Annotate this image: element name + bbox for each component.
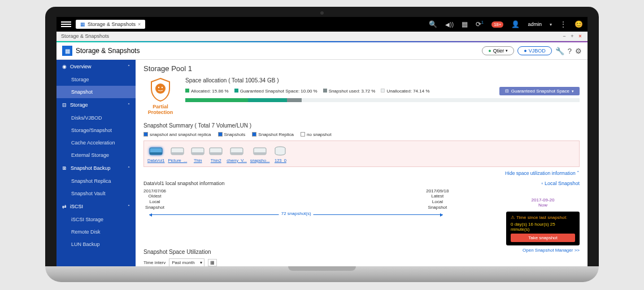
snapshot-count: 72 snapshot(s): [279, 211, 314, 216]
svg-rect-4: [150, 152, 162, 155]
chevron-down-icon[interactable]: ▾: [550, 22, 552, 27]
sidebar-item-disks[interactable]: Disks/VJBOD: [56, 112, 136, 124]
sidebar-item-vault[interactable]: Snapshot Vault: [56, 187, 136, 200]
drive-icon: [149, 144, 163, 157]
take-snapshot-button[interactable]: Take snapshot: [511, 234, 575, 242]
protection-status: Partial Protection: [143, 77, 177, 116]
app-title: Storage & Snapshots: [76, 47, 140, 55]
sidebar-item-replica[interactable]: Snapshot Replica: [56, 175, 136, 187]
sidebar-group-backup[interactable]: 🗎Snapshot Backup˄: [56, 161, 136, 175]
summary-title: Snapshot Summary ( Total 7 Volume/LUN ): [143, 122, 580, 129]
tools-icon[interactable]: 🔧: [555, 47, 564, 55]
help-icon[interactable]: ?: [568, 47, 572, 55]
drive-icon: [170, 144, 185, 157]
guaranteed-space-button[interactable]: ⊟Guaranteed Snapshot Space▾: [499, 87, 580, 95]
disk-icon: ⊟: [505, 89, 509, 94]
window-close-icon[interactable]: ×: [577, 33, 583, 39]
svg-point-1: [158, 87, 159, 88]
sidebar-item-snapshot[interactable]: Snapshot: [56, 86, 136, 98]
filter-row: snapshot and snapshot replica Snapshots …: [143, 132, 580, 137]
sidebar-item-iscsi-storage[interactable]: iSCSI Storage: [56, 213, 136, 226]
iscsi-icon: ⇄: [62, 204, 67, 209]
sidebar-group-storage[interactable]: ⊟Storage˄: [56, 98, 136, 112]
breadcrumb: Storage & Snapshots: [61, 33, 109, 39]
volume-item[interactable]: Thin2: [208, 144, 223, 163]
sidebar-group-overview[interactable]: ◉Overview˄: [56, 60, 136, 73]
allocation-bar: [185, 98, 580, 102]
svg-rect-8: [192, 152, 204, 155]
protection-label: Partial Protection: [143, 104, 177, 116]
topbar: ▦ Storage & Snapshots × 🔍 ◀)) ▦ ⟳1 18+ 👤…: [56, 17, 588, 32]
volume-item[interactable]: 123_0: [273, 144, 288, 163]
more-icon[interactable]: ⋮: [560, 20, 567, 28]
title-row: ▦ Storage & Snapshots ●Qtier▾ ●VJBOD 🔧 ?…: [56, 42, 588, 60]
drive-icon: [190, 144, 205, 157]
user-icon[interactable]: 👤: [511, 20, 520, 28]
volume-icon[interactable]: ◀)): [445, 21, 454, 28]
time-interval-select[interactable]: Past month: [169, 258, 204, 266]
tab-icon: ▦: [80, 21, 85, 27]
chevron-up-icon: ˄: [128, 204, 130, 209]
volume-item[interactable]: snapsho...: [250, 144, 270, 163]
legend-used: Snapshot used: 3.72 %: [323, 89, 376, 94]
sidebar-item-storage-snapshot[interactable]: Storage/Snapshot: [56, 124, 136, 137]
menu-icon[interactable]: [61, 21, 71, 27]
sidebar-item-remote-disk[interactable]: Remote Disk: [56, 226, 136, 238]
volume-row: DataVol1 Picture_... Thin Thin2 cherry_V…: [143, 140, 580, 167]
timeline-title: DataVol1 local snapshot information: [143, 181, 225, 186]
notification-badge[interactable]: 18+: [491, 21, 504, 28]
sidebar-item-storage[interactable]: Storage: [56, 73, 136, 86]
help-icon[interactable]: 😊: [575, 20, 583, 28]
snapshot-manager-link[interactable]: Open Snapshot Manager >>: [506, 248, 580, 253]
content: Storage Pool 1 Partial Protection Space …: [136, 60, 588, 266]
warning-icon: ⚠: [511, 215, 515, 220]
tab-label: Storage & Snapshots: [88, 21, 136, 27]
chevron-up-icon: ˄: [128, 64, 130, 69]
minimize-icon[interactable]: −: [562, 33, 567, 39]
chevron-up-icon: ˄: [128, 166, 130, 171]
qtier-button[interactable]: ●Qtier▾: [482, 46, 514, 55]
svg-point-0: [155, 84, 166, 94]
dashboard-icon[interactable]: ▦: [462, 20, 468, 28]
app-icon: ▦: [62, 46, 72, 56]
latest-snapshot: 2017/09/18Latest Local Snapshot: [426, 188, 449, 210]
user-label[interactable]: admin: [528, 21, 542, 27]
filter-both[interactable]: snapshot and snapshot replica: [143, 132, 211, 137]
sidebar-item-external[interactable]: External Storage: [56, 149, 136, 161]
maximize-icon[interactable]: +: [569, 33, 575, 39]
svg-rect-14: [254, 152, 266, 155]
gear-icon[interactable]: ⚙: [575, 47, 582, 55]
backup-icon: 🗎: [62, 165, 67, 171]
timeline-badge: ▫ Local Snapshot: [541, 181, 580, 186]
sidebar-item-lun-backup[interactable]: LUN Backup: [56, 238, 136, 251]
close-icon[interactable]: ×: [138, 21, 141, 27]
cylinder-icon: [273, 144, 288, 157]
volume-item[interactable]: cherry_V...: [227, 144, 247, 163]
legend-allocated: Allocated: 15.86 %: [185, 89, 229, 94]
svg-rect-10: [210, 152, 222, 155]
filter-replica[interactable]: Snapshot Replica: [252, 132, 294, 137]
refresh-icon[interactable]: ⟳1: [476, 20, 484, 28]
oldest-snapshot: 2017/07/06Oldest Local Snapshot: [143, 188, 166, 210]
filter-snapshots[interactable]: Snapshots: [218, 132, 246, 137]
calendar-icon[interactable]: ▦: [208, 259, 217, 266]
app-tab[interactable]: ▦ Storage & Snapshots ×: [76, 20, 145, 29]
svg-rect-12: [230, 152, 243, 155]
filter-none[interactable]: no snapshot: [301, 132, 332, 137]
sidebar: ◉Overview˄ Storage Snapshot ⊟Storage˄ Di…: [56, 60, 136, 266]
vjbod-button[interactable]: ●VJBOD: [517, 46, 551, 55]
drive-icon: [229, 144, 244, 157]
hide-utilization-link[interactable]: Hide space utilization information ˄: [143, 170, 580, 176]
shield-icon: [149, 77, 172, 102]
drive-icon: [253, 144, 267, 157]
now-marker: 2017-09-20Now: [506, 197, 580, 208]
time-interval-label: Time interv: [143, 260, 166, 265]
sidebar-group-iscsi[interactable]: ⇄iSCSI˄: [56, 200, 136, 213]
volume-item[interactable]: Thin: [190, 144, 205, 163]
sidebar-item-cache[interactable]: Cache Acceleration: [56, 137, 136, 149]
volume-item[interactable]: DataVol1: [147, 144, 164, 163]
volume-item[interactable]: Picture_...: [168, 144, 187, 163]
camera: [320, 11, 324, 15]
search-icon[interactable]: 🔍: [429, 20, 437, 28]
timeline: DataVol1 local snapshot information ▫ Lo…: [143, 181, 580, 215]
